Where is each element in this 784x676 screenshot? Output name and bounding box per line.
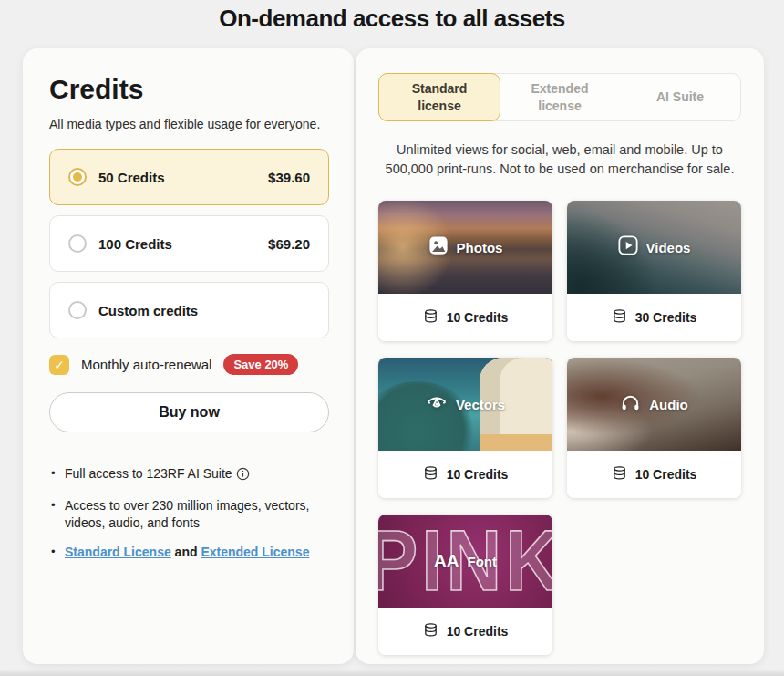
main-layout: Credits All media types and flexible usa…	[23, 48, 764, 664]
credits-coin-icon	[423, 622, 438, 640]
card-title: Audio	[649, 397, 688, 412]
card-title: Photos	[457, 240, 503, 255]
credit-option-label: 100 Credits	[98, 236, 172, 252]
credits-amount: 10 Credits	[635, 467, 697, 482]
credit-options-list: 50 Credits $39.60 100 Credits $69.20 Cus…	[49, 149, 329, 338]
credits-coin-icon	[612, 465, 627, 484]
license-tab-bar: Standard license Extended license AI Sui…	[378, 73, 741, 121]
benefit-text: Access to over 230 million images, vecto…	[65, 498, 309, 530]
tab-ai-suite[interactable]: AI Suite	[620, 74, 740, 120]
auto-renewal-label: Monthly auto-renewal	[81, 357, 211, 372]
benefits-list: Full access to 123RF AI Suite Access to …	[49, 465, 329, 561]
font-aa-icon: AA	[434, 551, 459, 571]
standard-license-link[interactable]: Standard License	[65, 545, 171, 559]
videos-overlay: Videos	[567, 201, 741, 294]
credits-panel-subtitle: All media types and flexible usage for e…	[49, 117, 329, 131]
photos-overlay: Photos	[378, 201, 552, 294]
radio-selected-icon[interactable]	[68, 168, 87, 186]
radio-unselected-icon[interactable]	[68, 234, 87, 253]
photos-credits: 10 Credits	[378, 294, 552, 341]
benefit-text: Full access to 123RF AI Suite	[65, 466, 232, 481]
card-title: Videos	[646, 240, 691, 255]
credits-panel-title: Credits	[49, 74, 329, 105]
credit-option-label: Custom credits	[98, 303, 198, 318]
credit-option-50[interactable]: 50 Credits $39.60	[49, 149, 329, 205]
credit-option-price: $39.60	[268, 170, 310, 185]
benefit-library: Access to over 230 million images, vecto…	[49, 497, 329, 532]
benefit-licenses: Standard License and Extended License	[49, 544, 329, 561]
tab-standard-license[interactable]: Standard license	[378, 73, 500, 121]
credits-amount: 10 Credits	[447, 624, 509, 639]
asset-card-vectors[interactable]: Vectors 10 Credits	[378, 358, 552, 498]
benefit-text: and	[175, 545, 198, 559]
asset-card-photos[interactable]: Photos 10 Credits	[378, 201, 552, 341]
vectors-overlay: Vectors	[378, 358, 552, 451]
license-panel: Standard license Extended license AI Sui…	[356, 48, 764, 664]
tab-extended-license[interactable]: Extended license	[500, 74, 620, 120]
asset-card-audio[interactable]: Audio 10 Credits	[567, 358, 741, 498]
audio-thumbnail: Audio	[567, 358, 741, 451]
card-title: Vectors	[456, 397, 505, 412]
card-title: Font	[467, 554, 496, 569]
audio-credits: 10 Credits	[567, 451, 741, 498]
credit-option-100[interactable]: 100 Credits $69.20	[49, 215, 329, 272]
credit-option-custom[interactable]: Custom credits	[49, 282, 329, 338]
credits-coin-icon	[423, 308, 438, 327]
vectors-thumbnail: Vectors	[378, 358, 552, 451]
credits-panel: Credits All media types and flexible usa…	[23, 48, 354, 664]
font-overlay: AA Font	[378, 515, 552, 608]
videos-thumbnail: Videos	[567, 201, 741, 294]
page-title: On-demand access to all assets	[0, 5, 784, 33]
credits-amount: 10 Credits	[447, 310, 509, 325]
buy-now-button[interactable]: Buy now	[49, 392, 329, 432]
benefit-ai-suite: Full access to 123RF AI Suite	[49, 465, 329, 485]
credits-coin-icon	[423, 465, 438, 484]
auto-renewal-checkbox[interactable]: ✓	[49, 355, 69, 375]
audio-overlay: Audio	[567, 358, 741, 451]
headphones-icon	[620, 392, 641, 417]
play-icon	[618, 235, 638, 259]
vectors-credits: 10 Credits	[378, 451, 552, 498]
radio-unselected-icon[interactable]	[68, 301, 87, 319]
font-credits: 10 Credits	[378, 608, 552, 655]
extended-license-link[interactable]: Extended License	[201, 545, 309, 559]
save-badge: Save 20%	[223, 354, 298, 375]
videos-credits: 30 Credits	[567, 294, 741, 341]
page-bottom-shadow	[0, 669, 784, 676]
auto-renewal-row: ✓ Monthly auto-renewal Save 20%	[49, 354, 329, 375]
asset-card-font[interactable]: PINK AA Font 10 Credits	[378, 515, 552, 655]
photo-icon	[428, 235, 449, 259]
info-icon[interactable]	[236, 467, 250, 485]
pen-tool-icon	[426, 391, 448, 417]
font-thumbnail: PINK AA Font	[378, 515, 552, 608]
credits-coin-icon	[612, 308, 627, 327]
credits-amount: 30 Credits	[635, 310, 697, 325]
photos-thumbnail: Photos	[378, 201, 552, 294]
asset-card-videos[interactable]: Videos 30 Credits	[567, 201, 741, 341]
asset-cards-grid: Photos 10 Credits Videos 30 Cre	[378, 201, 741, 655]
credits-amount: 10 Credits	[447, 467, 509, 482]
credit-option-price: $69.20	[268, 236, 310, 252]
license-description: Unlimited views for social, web, email a…	[378, 140, 741, 178]
credit-option-label: 50 Credits	[98, 170, 165, 185]
